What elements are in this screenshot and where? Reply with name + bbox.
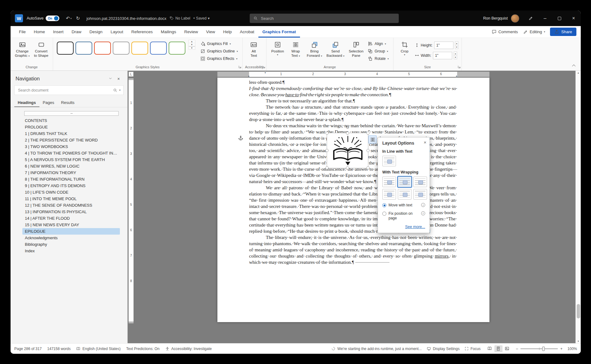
zoom-in-button[interactable]: +: [560, 347, 562, 351]
resize-handle[interactable]: [366, 166, 370, 169]
heading-item[interactable]: Index: [22, 248, 120, 254]
heading-item[interactable]: Bibliography: [22, 241, 120, 248]
graphics-style-swatch[interactable]: [57, 42, 74, 55]
heading-item[interactable]: 11 | INTO THE MEME POOL: [22, 195, 120, 202]
horizontal-ruler[interactable]: 123456 ▾ ▴ ▴: [217, 72, 489, 77]
comments-button[interactable]: Comments: [492, 29, 518, 34]
heading-item[interactable]: Acknowledgments: [22, 235, 120, 241]
wrap-option-in-line-with-text[interactable]: [382, 156, 396, 166]
heading-item[interactable]: 12 | THE SENSE OF RANDOMNESS: [22, 202, 120, 209]
zoom-percentage[interactable]: 100%: [567, 347, 577, 351]
heading-item[interactable]: 8 | THE INFORMATIONAL TURN: [22, 176, 120, 182]
heading-item[interactable]: 14 | AFTER THE FLOOD: [22, 215, 120, 222]
ink-pen-button[interactable]: [524, 11, 538, 26]
sensitivity-label[interactable]: No Label: [170, 16, 190, 20]
page-indicator[interactable]: Page 286 of 317: [14, 347, 42, 351]
group-button[interactable]: Group ▾: [366, 48, 390, 55]
gallery-up-button[interactable]: ▴: [189, 40, 195, 43]
position-button[interactable]: Position ▾: [269, 40, 286, 57]
resize-handle[interactable]: [325, 166, 329, 169]
tab-stop-selector[interactable]: L: [129, 72, 134, 77]
ribbon-tab[interactable]: Mailings: [157, 26, 180, 38]
layout-options-button[interactable]: [368, 135, 377, 144]
graphics-outline-button[interactable]: Graphics Outline ▾: [198, 48, 240, 55]
minimize-button[interactable]: –: [538, 11, 552, 26]
graphics-style-swatch[interactable]: [113, 42, 130, 55]
left-indent-marker[interactable]: ▴: [248, 74, 249, 77]
graphics-style-swatch[interactable]: [169, 42, 185, 55]
ribbon-tab[interactable]: Home: [30, 26, 49, 38]
radio-selected-icon[interactable]: [382, 203, 386, 207]
selection-pane-button[interactable]: Selection Pane: [347, 40, 365, 59]
resize-handle[interactable]: [366, 132, 370, 135]
web-layout-button[interactable]: [503, 345, 511, 352]
heading-item[interactable]: EPILOGUE: [22, 228, 120, 235]
editing-mode-button[interactable]: Editing ▾: [523, 29, 545, 34]
ribbon-tab[interactable]: Review: [180, 26, 202, 38]
dialog-launcher-button[interactable]: [238, 65, 242, 69]
heading-item[interactable]: 3 | TWO WORDBOOKS: [22, 143, 120, 150]
zoom-slider-knob[interactable]: [542, 347, 545, 351]
resize-handle[interactable]: [325, 149, 329, 152]
graphics-effects-button[interactable]: Graphics Effects ▾: [198, 55, 240, 62]
ribbon-tab[interactable]: Acrobat: [236, 26, 258, 38]
scroll-up-button[interactable]: ▲: [576, 72, 581, 74]
pane-options-button[interactable]: [106, 76, 115, 81]
read-mode-button[interactable]: [486, 345, 494, 352]
heading-item[interactable]: 13 | INFORMATION IS PHYSICAL: [22, 209, 120, 215]
zoom-out-button[interactable]: –: [516, 347, 518, 351]
undo-button[interactable]: ↶ ▾: [64, 16, 74, 21]
close-button[interactable]: ×: [566, 11, 581, 26]
user-name[interactable]: Ron Bergquist: [483, 16, 508, 20]
wrap-option[interactable]: [398, 177, 411, 187]
selected-graphic[interactable]: ↻: [327, 133, 368, 168]
focus-button[interactable]: Focus: [465, 347, 481, 351]
first-line-indent-marker[interactable]: ▾: [265, 71, 266, 74]
autosave-toggle[interactable]: On: [46, 16, 59, 21]
graphics-fill-button[interactable]: Graphics Fill ▾: [198, 40, 240, 47]
save-status[interactable]: • Saved ▾: [193, 16, 210, 20]
scroll-down-button[interactable]: ▼: [576, 340, 581, 342]
search-input[interactable]: [260, 16, 378, 21]
vertical-ruler[interactable]: 12345678: [129, 78, 134, 323]
rotate-handle[interactable]: ↻: [346, 125, 349, 130]
height-input[interactable]: 1": [434, 42, 453, 49]
ribbon-tab[interactable]: File: [15, 26, 30, 38]
document-text[interactable]: less· often· quoted:¶ I· find· that· A)·…: [217, 78, 489, 265]
navigation-tab[interactable]: Headings: [14, 98, 39, 107]
ribbon-tab[interactable]: Graphics Format: [258, 26, 300, 38]
collapse-ribbon-button[interactable]: [572, 64, 576, 68]
heading-item[interactable]: 4 | TO THROW THE POWERS OF THOUGHT INTO.…: [22, 150, 120, 156]
vertical-scrollbar[interactable]: ▲ ▼: [575, 71, 581, 343]
graphics-style-swatch[interactable]: [94, 42, 111, 55]
document-search-box[interactable]: ▾: [14, 85, 124, 95]
gallery-more-button[interactable]: ▾: [189, 46, 195, 49]
fix-position-option[interactable]: Fix position on page i: [382, 211, 425, 221]
align-button[interactable]: Align ▾: [366, 40, 390, 47]
see-more-link[interactable]: See more...: [382, 225, 425, 229]
heading-item[interactable]: 10 | LIFE'S OWN CODE: [22, 189, 120, 195]
maximize-button[interactable]: [552, 11, 566, 26]
text-predictions[interactable]: Text Predictions: On: [126, 347, 159, 351]
alt-text-button[interactable]: Alt Text: [245, 40, 262, 59]
resize-handle[interactable]: [366, 149, 370, 152]
proofing-language[interactable]: English (United States): [76, 347, 120, 351]
autosave-control[interactable]: AutoSave On: [27, 16, 59, 21]
heading-item-blank[interactable]: [24, 111, 119, 116]
resize-handle[interactable]: [346, 166, 349, 169]
avatar[interactable]: [511, 14, 519, 23]
wrap-option[interactable]: [382, 177, 396, 187]
bring-forward-button[interactable]: Bring Forward ▾: [305, 40, 324, 59]
wrap-option[interactable]: [382, 189, 396, 200]
word-count[interactable]: 147158 words: [47, 347, 70, 351]
zoom-slider[interactable]: [521, 348, 558, 349]
wrap-option[interactable]: [413, 189, 427, 200]
ribbon-tab[interactable]: References: [127, 26, 157, 38]
document-search-input[interactable]: [17, 88, 111, 93]
send-backward-button[interactable]: Send Backward ▾: [325, 40, 346, 59]
resize-handle[interactable]: [325, 132, 329, 135]
heading-item[interactable]: 6 | NEW WIRES, NEW LOGIC: [22, 163, 120, 169]
dialog-launcher-button[interactable]: [457, 65, 461, 69]
info-icon[interactable]: i: [421, 211, 425, 215]
display-settings-button[interactable]: Display Settings: [427, 347, 460, 351]
